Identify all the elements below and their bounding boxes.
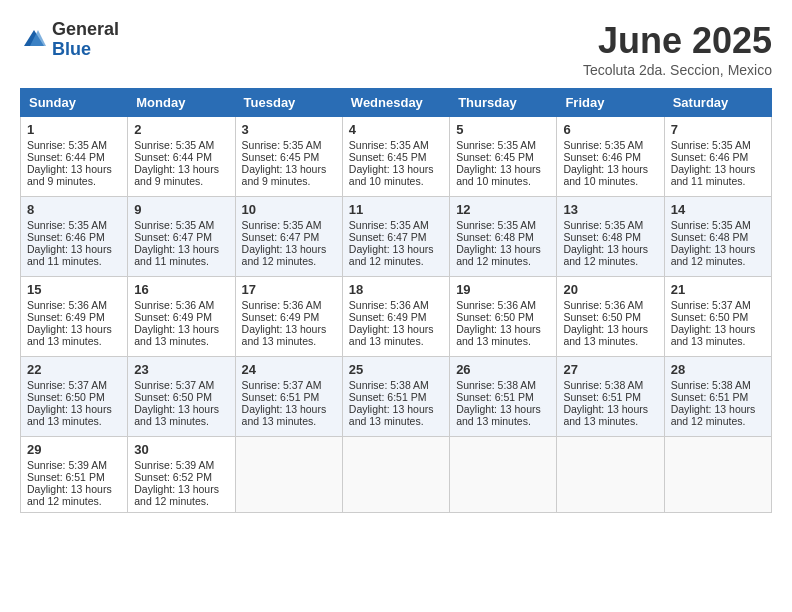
calendar-cell: 28Sunrise: 5:38 AMSunset: 6:51 PMDayligh…	[664, 357, 771, 437]
daylight-hours: Daylight: 13 hours and 13 minutes.	[27, 323, 121, 347]
calendar-cell: 16Sunrise: 5:36 AMSunset: 6:49 PMDayligh…	[128, 277, 235, 357]
day-number: 14	[671, 202, 765, 217]
sunrise-time: Sunrise: 5:38 AM	[456, 379, 550, 391]
calendar-cell: 18Sunrise: 5:36 AMSunset: 6:49 PMDayligh…	[342, 277, 449, 357]
weekday-header: Thursday	[450, 89, 557, 117]
sunset-time: Sunset: 6:51 PM	[27, 471, 121, 483]
calendar-cell: 15Sunrise: 5:36 AMSunset: 6:49 PMDayligh…	[21, 277, 128, 357]
day-number: 7	[671, 122, 765, 137]
daylight-hours: Daylight: 13 hours and 10 minutes.	[563, 163, 657, 187]
weekday-header: Monday	[128, 89, 235, 117]
weekday-header: Sunday	[21, 89, 128, 117]
header: General Blue June 2025 Tecoluta 2da. Sec…	[20, 20, 772, 78]
sunset-time: Sunset: 6:48 PM	[671, 231, 765, 243]
daylight-hours: Daylight: 13 hours and 12 minutes.	[242, 243, 336, 267]
day-number: 18	[349, 282, 443, 297]
calendar-cell: 10Sunrise: 5:35 AMSunset: 6:47 PMDayligh…	[235, 197, 342, 277]
sunrise-time: Sunrise: 5:35 AM	[134, 219, 228, 231]
sunrise-time: Sunrise: 5:36 AM	[563, 299, 657, 311]
calendar-cell	[235, 437, 342, 513]
day-number: 13	[563, 202, 657, 217]
sunrise-time: Sunrise: 5:37 AM	[242, 379, 336, 391]
day-number: 9	[134, 202, 228, 217]
calendar-table: SundayMondayTuesdayWednesdayThursdayFrid…	[20, 88, 772, 513]
sunrise-time: Sunrise: 5:37 AM	[134, 379, 228, 391]
daylight-hours: Daylight: 13 hours and 11 minutes.	[671, 163, 765, 187]
calendar-week-row: 29Sunrise: 5:39 AMSunset: 6:51 PMDayligh…	[21, 437, 772, 513]
calendar-cell: 6Sunrise: 5:35 AMSunset: 6:46 PMDaylight…	[557, 117, 664, 197]
day-number: 23	[134, 362, 228, 377]
daylight-hours: Daylight: 13 hours and 12 minutes.	[563, 243, 657, 267]
logo-icon	[20, 26, 48, 54]
calendar-cell: 4Sunrise: 5:35 AMSunset: 6:45 PMDaylight…	[342, 117, 449, 197]
calendar-cell: 9Sunrise: 5:35 AMSunset: 6:47 PMDaylight…	[128, 197, 235, 277]
sunrise-time: Sunrise: 5:35 AM	[242, 219, 336, 231]
sunrise-time: Sunrise: 5:36 AM	[242, 299, 336, 311]
calendar-cell: 7Sunrise: 5:35 AMSunset: 6:46 PMDaylight…	[664, 117, 771, 197]
daylight-hours: Daylight: 13 hours and 13 minutes.	[27, 403, 121, 427]
weekday-header: Tuesday	[235, 89, 342, 117]
weekday-header: Saturday	[664, 89, 771, 117]
sunrise-time: Sunrise: 5:35 AM	[134, 139, 228, 151]
day-number: 20	[563, 282, 657, 297]
calendar-week-row: 1Sunrise: 5:35 AMSunset: 6:44 PMDaylight…	[21, 117, 772, 197]
daylight-hours: Daylight: 13 hours and 13 minutes.	[456, 323, 550, 347]
day-number: 28	[671, 362, 765, 377]
calendar-cell: 29Sunrise: 5:39 AMSunset: 6:51 PMDayligh…	[21, 437, 128, 513]
calendar-cell: 19Sunrise: 5:36 AMSunset: 6:50 PMDayligh…	[450, 277, 557, 357]
calendar-cell: 12Sunrise: 5:35 AMSunset: 6:48 PMDayligh…	[450, 197, 557, 277]
logo: General Blue	[20, 20, 119, 60]
sunset-time: Sunset: 6:50 PM	[671, 311, 765, 323]
daylight-hours: Daylight: 13 hours and 13 minutes.	[134, 323, 228, 347]
sunset-time: Sunset: 6:47 PM	[349, 231, 443, 243]
weekday-header: Friday	[557, 89, 664, 117]
sunset-time: Sunset: 6:49 PM	[134, 311, 228, 323]
sunset-time: Sunset: 6:51 PM	[349, 391, 443, 403]
daylight-hours: Daylight: 13 hours and 12 minutes.	[671, 403, 765, 427]
daylight-hours: Daylight: 13 hours and 13 minutes.	[671, 323, 765, 347]
calendar-cell: 14Sunrise: 5:35 AMSunset: 6:48 PMDayligh…	[664, 197, 771, 277]
sunrise-time: Sunrise: 5:36 AM	[456, 299, 550, 311]
sunrise-time: Sunrise: 5:39 AM	[134, 459, 228, 471]
daylight-hours: Daylight: 13 hours and 13 minutes.	[456, 403, 550, 427]
sunset-time: Sunset: 6:51 PM	[671, 391, 765, 403]
daylight-hours: Daylight: 13 hours and 11 minutes.	[27, 243, 121, 267]
sunrise-time: Sunrise: 5:37 AM	[27, 379, 121, 391]
month-title: June 2025	[583, 20, 772, 62]
sunset-time: Sunset: 6:51 PM	[242, 391, 336, 403]
daylight-hours: Daylight: 13 hours and 13 minutes.	[349, 323, 443, 347]
sunrise-time: Sunrise: 5:36 AM	[134, 299, 228, 311]
calendar-cell	[342, 437, 449, 513]
calendar-cell: 27Sunrise: 5:38 AMSunset: 6:51 PMDayligh…	[557, 357, 664, 437]
calendar-cell: 25Sunrise: 5:38 AMSunset: 6:51 PMDayligh…	[342, 357, 449, 437]
sunset-time: Sunset: 6:49 PM	[349, 311, 443, 323]
sunrise-time: Sunrise: 5:35 AM	[27, 219, 121, 231]
sunset-time: Sunset: 6:50 PM	[563, 311, 657, 323]
day-number: 24	[242, 362, 336, 377]
daylight-hours: Daylight: 13 hours and 9 minutes.	[27, 163, 121, 187]
day-number: 17	[242, 282, 336, 297]
daylight-hours: Daylight: 13 hours and 12 minutes.	[27, 483, 121, 507]
sunrise-time: Sunrise: 5:38 AM	[671, 379, 765, 391]
sunrise-time: Sunrise: 5:35 AM	[563, 139, 657, 151]
calendar-week-row: 22Sunrise: 5:37 AMSunset: 6:50 PMDayligh…	[21, 357, 772, 437]
daylight-hours: Daylight: 13 hours and 10 minutes.	[349, 163, 443, 187]
daylight-hours: Daylight: 13 hours and 13 minutes.	[242, 403, 336, 427]
sunset-time: Sunset: 6:51 PM	[456, 391, 550, 403]
sunset-time: Sunset: 6:47 PM	[242, 231, 336, 243]
sunrise-time: Sunrise: 5:35 AM	[242, 139, 336, 151]
daylight-hours: Daylight: 13 hours and 12 minutes.	[134, 483, 228, 507]
sunset-time: Sunset: 6:50 PM	[456, 311, 550, 323]
daylight-hours: Daylight: 13 hours and 9 minutes.	[134, 163, 228, 187]
sunrise-time: Sunrise: 5:38 AM	[563, 379, 657, 391]
day-number: 29	[27, 442, 121, 457]
sunset-time: Sunset: 6:49 PM	[27, 311, 121, 323]
calendar-cell	[557, 437, 664, 513]
daylight-hours: Daylight: 13 hours and 10 minutes.	[456, 163, 550, 187]
weekday-header: Wednesday	[342, 89, 449, 117]
sunrise-time: Sunrise: 5:35 AM	[563, 219, 657, 231]
title-area: June 2025 Tecoluta 2da. Seccion, Mexico	[583, 20, 772, 78]
location-title: Tecoluta 2da. Seccion, Mexico	[583, 62, 772, 78]
daylight-hours: Daylight: 13 hours and 12 minutes.	[349, 243, 443, 267]
day-number: 5	[456, 122, 550, 137]
